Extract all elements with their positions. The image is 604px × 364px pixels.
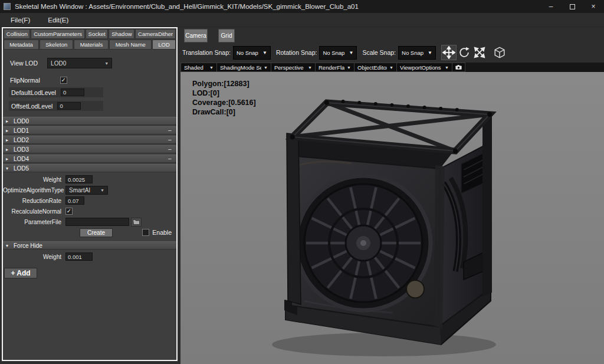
scale-snap-label: Scale Snap: — [362, 49, 396, 56]
weight-label: Weight — [3, 176, 65, 183]
viewport-toolbar-top: Camera Grid — [180, 28, 604, 44]
offset-lod-level-input[interactable] — [57, 102, 81, 110]
window-controls: – × — [540, 0, 604, 13]
collapsed-triangle-icon: ▸ — [6, 156, 11, 162]
shaded-dropdown[interactable]: Shaded ▼ — [180, 63, 217, 72]
tab-socket[interactable]: Socket — [86, 29, 109, 39]
rotation-snap-label: Rotation Snap: — [276, 49, 317, 56]
view-lod-value: LOD0 — [51, 60, 66, 67]
camera-icon — [455, 64, 462, 70]
chevron-down-icon: ▼ — [308, 65, 312, 70]
rotate-tool-button[interactable] — [457, 45, 472, 60]
add-lod-button[interactable]: + Add — [4, 268, 37, 278]
maximize-icon — [570, 4, 575, 9]
section-lod4[interactable]: ▸ LOD4 − — [3, 155, 176, 163]
section-lod2[interactable]: ▸ LOD2 − — [3, 136, 176, 144]
enable-label: Enable — [152, 229, 172, 236]
chevron-down-icon: ▼ — [100, 188, 104, 192]
viewport-canvas[interactable]: Polygon:[12883] LOD:[0] Coverage:[0.5616… — [180, 72, 604, 364]
default-lod-level-label: DefaultLodLevel — [11, 89, 56, 96]
close-button[interactable]: × — [583, 0, 604, 13]
grid-button[interactable]: Grid — [218, 29, 235, 42]
tab-row-2: Metadata Skeleton Materials Mesh Name LO… — [3, 39, 176, 50]
chevron-down-icon: ▼ — [349, 50, 353, 55]
window-title: Skeletal Mesh Window : Assets/Environmen… — [15, 3, 359, 10]
scale-snap-dropdown[interactable]: No Snap ▼ — [398, 46, 436, 60]
remove-lod-button[interactable]: − — [166, 146, 173, 153]
object-editor-dropdown[interactable]: ObjectEditor ▼ — [354, 63, 397, 72]
shading-mode-settings-dropdown[interactable]: ShadingMode Sett ▼ — [217, 63, 271, 72]
translation-snap-label: Translation Snap: — [182, 49, 231, 56]
remove-lod-button[interactable]: − — [166, 155, 173, 162]
browse-file-button[interactable] — [131, 218, 142, 227]
offset-lod-level-label: OffsetLodLevel — [11, 103, 52, 110]
parameter-file-label: ParameterFile — [3, 219, 65, 225]
tab-metadata[interactable]: Metadata — [4, 40, 39, 50]
screenshot-button[interactable] — [452, 63, 465, 72]
tab-lod[interactable]: LOD — [152, 40, 176, 50]
check-icon: ✓ — [61, 77, 66, 83]
tab-customparameters[interactable]: CustomParameters — [31, 29, 84, 39]
minimize-icon: – — [549, 2, 553, 11]
remove-lod-button[interactable]: − — [166, 136, 173, 143]
view-lod-dropdown[interactable]: LOD0 ▼ — [47, 58, 112, 68]
chevron-down-icon: ▼ — [104, 61, 109, 65]
viewport-stats: Polygon:[12883] LOD:[0] Coverage:[0.5616… — [192, 79, 256, 117]
snap-toolbar: Translation Snap: No Snap ▼ Rotation Sna… — [180, 44, 604, 61]
tab-row-1: Collision CustomParameters Socket Shadow… — [3, 28, 176, 39]
move-icon — [442, 46, 455, 59]
tab-shadow[interactable]: Shadow — [109, 29, 134, 39]
reduction-rate-input[interactable] — [65, 196, 84, 205]
stat-coverage: Coverage:[0.5616] — [192, 98, 256, 107]
force-hide-weight-label: Weight — [3, 254, 65, 260]
minimize-button[interactable]: – — [540, 0, 562, 13]
remove-lod-button[interactable]: − — [166, 127, 173, 134]
rotation-snap-dropdown[interactable]: No Snap ▼ — [319, 46, 357, 60]
section-force-hide[interactable]: ▾ Force Hide — [3, 241, 176, 250]
parameter-file-input[interactable] — [65, 218, 129, 226]
flip-normal-checkbox[interactable]: ✓ — [60, 77, 67, 84]
menu-file[interactable]: File(F) — [6, 15, 35, 25]
perspective-dropdown[interactable]: Perspective ▼ — [271, 63, 316, 72]
section-lod3[interactable]: ▸ LOD3 − — [3, 145, 176, 153]
viewport-options-dropdown[interactable]: ViewportOptions ▼ — [397, 63, 452, 72]
recalculate-normal-label: RecalculateNormal — [3, 208, 65, 215]
tab-mesh-name[interactable]: Mesh Name — [109, 40, 152, 50]
viewport-menu: Shaded ▼ ShadingMode Sett ▼ Perspective … — [180, 63, 604, 72]
mesh-settings-panel: Collision CustomParameters Socket Shadow… — [2, 27, 178, 361]
force-hide-weight-input[interactable] — [65, 252, 93, 261]
weight-input[interactable] — [65, 175, 93, 183]
collapsed-triangle-icon: ▸ — [6, 147, 11, 152]
menu-edit[interactable]: Edit(E) — [43, 15, 73, 25]
stat-polygon: Polygon:[12883] — [192, 79, 256, 88]
titlebar: Skeletal Mesh Window : Assets/Environmen… — [0, 0, 604, 13]
close-icon: × — [591, 2, 595, 11]
render-flags-dropdown[interactable]: RenderFlags ▼ — [316, 63, 354, 72]
app-icon — [4, 3, 11, 10]
recalculate-normal-checkbox[interactable]: ✓ — [65, 208, 73, 215]
chevron-down-icon: ▼ — [262, 50, 267, 55]
optimize-algorithm-dropdown[interactable]: SmartAI ▼ — [65, 186, 108, 195]
tab-collision[interactable]: Collision — [4, 29, 30, 39]
section-lod0[interactable]: ▸ LOD0 — [3, 117, 176, 125]
section-lod1[interactable]: ▸ LOD1 − — [3, 126, 176, 135]
camera-button[interactable]: Camera — [184, 29, 208, 42]
reduction-rate-label: ReductionRate — [3, 198, 65, 204]
enable-checkbox[interactable] — [142, 229, 149, 236]
expanded-triangle-icon: ▾ — [6, 243, 11, 248]
default-lod-level-input[interactable] — [61, 88, 84, 96]
chevron-down-icon: ▼ — [428, 50, 432, 55]
create-button[interactable]: Create — [80, 228, 113, 237]
bounding-box-toggle[interactable] — [492, 45, 507, 60]
tab-skeleton[interactable]: Skeleton — [40, 40, 73, 50]
collapsed-triangle-icon: ▸ — [6, 128, 11, 133]
section-lod5[interactable]: ▾ LOD5 — [3, 164, 176, 172]
maximize-button[interactable] — [562, 0, 583, 13]
tab-cameradither[interactable]: CameraDither — [135, 29, 176, 39]
translation-snap-dropdown[interactable]: No Snap ▼ — [233, 46, 271, 60]
chevron-down-icon: ▼ — [445, 65, 449, 70]
scale-tool-button[interactable] — [472, 45, 487, 60]
translate-tool-button[interactable] — [441, 45, 457, 60]
lod5-properties: Weight OptimizeAlgorithmType SmartAI ▼ R… — [3, 172, 176, 240]
tab-materials[interactable]: Materials — [74, 40, 109, 50]
